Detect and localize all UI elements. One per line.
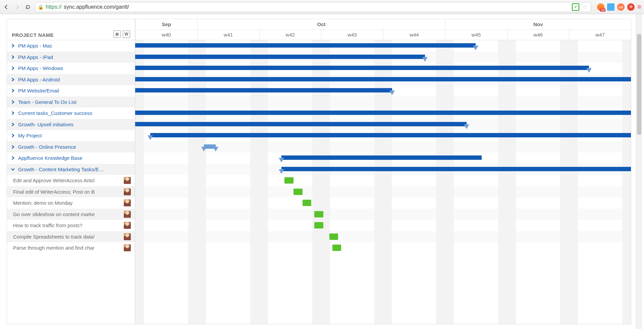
project-row[interactable]: Team - General To Do List [7, 96, 135, 108]
project-row[interactable]: PM Apps - Android [7, 74, 135, 85]
project-row[interactable]: My Project [7, 130, 135, 141]
reload-button[interactable] [24, 3, 32, 11]
address-bar[interactable]: 🔒 https:// ✓ ☆ [35, 2, 591, 12]
blue-extension-icon[interactable] [607, 3, 614, 11]
gantt-bar[interactable] [135, 77, 631, 81]
gantt-bar[interactable] [135, 111, 631, 115]
gantt-bar[interactable] [293, 189, 303, 195]
avatar[interactable] [124, 233, 131, 240]
project-label[interactable]: Appfluence Knowledge Base [18, 155, 83, 161]
gantt-bar[interactable] [135, 88, 392, 92]
avatar[interactable] [124, 199, 131, 206]
project-label[interactable]: PM Apps - Mac [18, 43, 52, 49]
chevron-right-icon[interactable] [11, 110, 15, 116]
chevron-right-icon[interactable] [11, 155, 15, 161]
avatar[interactable] [124, 244, 131, 251]
milestone-icon[interactable] [213, 147, 218, 151]
stumbleupon-extension-icon[interactable]: ⟳ [627, 3, 635, 11]
project-row[interactable]: Growth - Content Marketing Tasks/E… [7, 164, 135, 175]
task-row[interactable]: Compile Spreadsheets to track data/ [7, 231, 135, 243]
browser-menu-icon[interactable]: ≡ [637, 3, 641, 11]
milestone-icon[interactable] [464, 124, 469, 129]
gantt-bar[interactable] [135, 122, 467, 126]
project-label[interactable]: PM Apps - IPad [18, 54, 53, 60]
task-row[interactable]: Go over slideshow on content marke [7, 209, 135, 220]
avatar[interactable] [124, 222, 131, 229]
gantt-bar[interactable] [135, 55, 425, 59]
chevron-right-icon[interactable] [11, 54, 15, 60]
gantt-bar[interactable] [150, 133, 631, 137]
project-row[interactable]: PM Website/Email [7, 85, 135, 96]
chevron-right-icon[interactable] [11, 77, 15, 82]
project-label[interactable]: Current tasks_Customer success [18, 110, 92, 116]
project-label[interactable]: Growth - Content Marketing Tasks/E… [18, 167, 104, 172]
project-row[interactable]: Growth- Upsell initiatives [7, 119, 135, 130]
gantt-bar[interactable] [314, 211, 323, 217]
timeline-panel[interactable]: SepOctNov w40w41w42w43w44w45w46w47 [135, 19, 631, 324]
chevron-right-icon[interactable] [11, 133, 15, 138]
gantt-bar[interactable] [281, 167, 631, 171]
milestone-icon[interactable] [473, 46, 478, 50]
project-label[interactable]: Team - General To Do List [18, 99, 76, 105]
project-label[interactable]: Growth- Upsell initiatives [18, 122, 73, 127]
avatar[interactable] [124, 188, 131, 195]
project-label[interactable]: PM Apps - Android [18, 77, 60, 82]
task-row[interactable]: How to track traffic from posts? [7, 220, 135, 231]
project-label[interactable]: PM Website/Email [18, 88, 59, 93]
project-row[interactable]: Current tasks_Customer success [7, 108, 135, 119]
chevron-right-icon[interactable] [11, 122, 15, 127]
milestone-icon[interactable] [389, 90, 395, 95]
milestone-icon[interactable] [148, 135, 153, 140]
project-label[interactable]: Growth - Online Presence [18, 144, 76, 150]
week-header: w43 [321, 30, 383, 41]
gantt-bar[interactable] [135, 66, 589, 70]
task-row[interactable]: Final edit of WriterAccess; Post on B [7, 186, 135, 198]
week-header: w41 [197, 30, 259, 41]
week-header: w46 [507, 30, 569, 41]
gantt-bar[interactable] [281, 155, 482, 160]
coedit-extension-icon[interactable]: ce [617, 3, 625, 11]
gantt-bar[interactable] [314, 222, 323, 228]
url-input[interactable] [64, 4, 570, 10]
back-button[interactable] [3, 3, 10, 11]
milestone-icon[interactable] [422, 57, 428, 62]
chevron-right-icon[interactable] [11, 43, 15, 49]
add-project-icon[interactable]: ⊞ [113, 30, 121, 38]
project-row[interactable]: PM Apps - Windows [7, 63, 135, 74]
chevron-right-icon[interactable] [11, 65, 15, 71]
gantt-bar[interactable] [303, 200, 312, 206]
wot-extension-icon[interactable]: ✓ [572, 3, 579, 11]
bookmark-star-icon[interactable]: ☆ [581, 4, 588, 10]
task-row[interactable]: Parse through mention and find char [7, 242, 135, 254]
project-row[interactable]: Growth - Online Presence [7, 141, 135, 153]
project-label[interactable]: My Project [18, 133, 42, 138]
gantt-bar[interactable] [332, 245, 341, 251]
milestone-icon[interactable] [279, 158, 284, 162]
chevron-right-icon[interactable] [11, 144, 15, 150]
project-row[interactable]: PM Apps - Mac [7, 40, 135, 52]
avatar[interactable] [124, 177, 131, 184]
gantt-bar[interactable] [135, 43, 476, 48]
chevron-right-icon[interactable] [11, 88, 15, 93]
gantt-bars-layer [135, 40, 631, 254]
week-header: w45 [445, 30, 507, 41]
firefox-extension-icon[interactable] [597, 3, 604, 11]
forward-button[interactable] [13, 3, 21, 11]
project-label[interactable]: PM Apps - Windows [18, 65, 63, 71]
milestone-icon[interactable] [279, 169, 284, 174]
gantt-bar[interactable] [284, 177, 293, 184]
project-row[interactable]: Appfluence Knowledge Base [7, 152, 135, 164]
task-label: Mention; demo on Monday [13, 200, 120, 206]
avatar[interactable] [124, 211, 131, 218]
gantt-bar[interactable] [329, 234, 338, 240]
project-row[interactable]: PM Apps - IPad [7, 52, 135, 63]
milestone-icon[interactable] [586, 68, 592, 73]
milestone-icon[interactable] [201, 147, 207, 151]
chevron-down-icon[interactable] [11, 167, 15, 172]
task-row[interactable]: Edit and Approve WriterAccess Articl [7, 175, 135, 186]
page-scrollbar[interactable] [636, 14, 642, 329]
scrollbar-thumb[interactable] [637, 34, 641, 135]
task-row[interactable]: Mention; demo on Monday [7, 197, 135, 209]
chevron-right-icon[interactable] [11, 99, 15, 105]
export-word-icon[interactable]: W [123, 30, 130, 38]
